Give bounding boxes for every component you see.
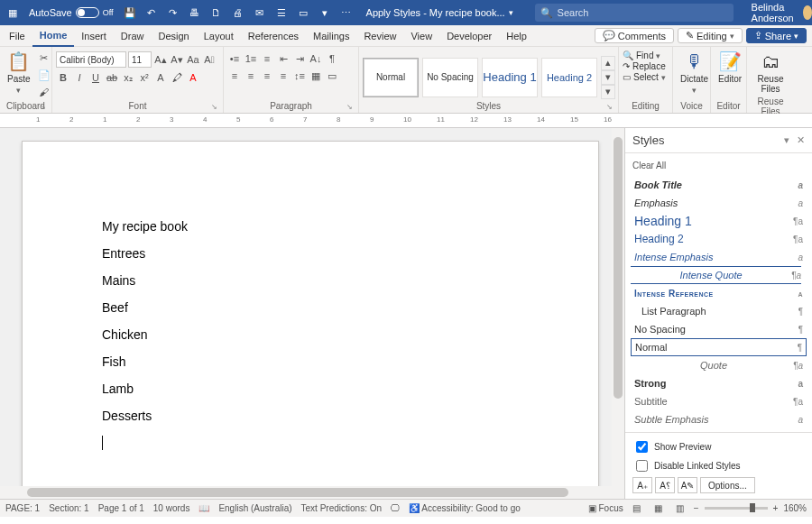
increase-indent-icon[interactable]: ⇥ [292, 51, 307, 66]
menu-references[interactable]: References [241, 25, 306, 47]
style-inspector-icon[interactable]: A⸮ [655, 477, 675, 493]
style-intense-reference[interactable]: Intense Referencea [631, 284, 807, 302]
document-title[interactable]: Apply Styles - My recipe book... ▾ [366, 7, 513, 18]
cut-icon[interactable]: ✂ [37, 51, 51, 65]
multilevel-icon[interactable]: ≡ [260, 51, 274, 66]
style-book-title[interactable]: Book Titlea [631, 176, 807, 194]
underline-icon[interactable]: U [88, 70, 103, 85]
menu-review[interactable]: Review [356, 25, 403, 47]
focus-button[interactable]: ▣ Focus [588, 503, 623, 513]
font-name-combo[interactable]: Calibri (Body) [56, 51, 126, 68]
menu-file[interactable]: File [2, 25, 32, 47]
superscript-icon[interactable]: x² [137, 70, 152, 85]
document-line[interactable]: Desserts [102, 409, 598, 423]
clear-all-button[interactable]: Clear All [631, 157, 807, 176]
bullets-icon[interactable]: •≡ [227, 51, 242, 66]
line-spacing-icon[interactable]: ↕≡ [292, 69, 307, 83]
horizontal-scrollbar[interactable] [0, 486, 612, 499]
style-intense-quote[interactable]: Intense Quote¶a [631, 266, 801, 284]
find-button[interactable]: 🔍 Find ▾ [623, 51, 666, 60]
disable-linked-checkbox[interactable]: Disable Linked Styles [632, 457, 805, 474]
sort-icon[interactable]: A↓ [309, 51, 323, 66]
editor-button[interactable]: 📝Editor [715, 49, 745, 86]
menu-view[interactable]: View [403, 25, 439, 47]
menu-insert[interactable]: Insert [74, 25, 114, 47]
styles-launcher-icon[interactable]: ↘ [606, 103, 613, 111]
italic-icon[interactable]: I [72, 70, 87, 85]
justify-icon[interactable]: ≡ [276, 69, 291, 83]
strike-icon[interactable]: ab [105, 70, 119, 85]
document-line[interactable]: My recipe book [102, 219, 598, 234]
change-case-icon[interactable]: Aa [186, 52, 200, 67]
style-heading-1[interactable]: Heading 1¶a [631, 212, 807, 230]
read-mode-icon[interactable]: ▤ [629, 501, 645, 516]
qat-icon-5[interactable]: ☰ [272, 4, 291, 22]
qat-more-icon[interactable]: ▾ [316, 4, 334, 22]
status-page-of[interactable]: Page 1 of 1 [98, 503, 144, 513]
align-left-icon[interactable]: ≡ [227, 69, 242, 83]
autosave-switch[interactable] [76, 7, 99, 18]
style-heading1[interactable]: Heading 1 [482, 58, 538, 97]
qat-icon[interactable]: 🖶 [186, 4, 204, 22]
status-display-icon[interactable]: 🖵 [391, 503, 400, 513]
autosave-toggle[interactable]: AutoSave Off [29, 7, 114, 18]
align-center-icon[interactable]: ≡ [244, 69, 258, 83]
replace-button[interactable]: ↷ Replace [623, 61, 666, 71]
share-button[interactable]: ⇪ Share ▾ [746, 28, 807, 43]
format-painter-icon[interactable]: 🖌 [37, 85, 51, 99]
grow-font-icon[interactable]: A▴ [153, 52, 168, 67]
bold-icon[interactable]: B [56, 70, 70, 85]
vertical-scroll-thumb[interactable] [614, 137, 623, 399]
status-accessibility[interactable]: ♿ Accessibility: Good to go [409, 503, 521, 513]
align-right-icon[interactable]: ≡ [260, 69, 274, 83]
numbering-icon[interactable]: 1≡ [244, 51, 258, 66]
style-normal[interactable]: Normal¶ [631, 338, 807, 356]
style-heading2[interactable]: Heading 2 [541, 58, 597, 97]
style-subtle-emphasis[interactable]: Subtle Emphasisa [631, 410, 807, 428]
styles-more-icon[interactable]: ▾ [601, 85, 615, 99]
dictate-button[interactable]: 🎙Dictate▾ [677, 49, 712, 97]
new-style-icon[interactable]: A₊ [632, 477, 652, 493]
style-emphasis[interactable]: Emphasisa [631, 194, 807, 212]
undo-icon[interactable]: ↶ [143, 4, 161, 22]
search-box[interactable]: 🔍 Search [535, 4, 734, 22]
print-layout-icon[interactable]: ▦ [651, 501, 667, 516]
pane-dropdown-icon[interactable]: ▾ [784, 134, 789, 146]
document-line[interactable]: Chicken [102, 327, 598, 342]
style-subtitle[interactable]: Subtitle¶a [631, 392, 807, 410]
document-line[interactable]: Entrees [102, 246, 598, 261]
zoom-out-icon[interactable]: − [694, 503, 699, 513]
save-icon[interactable]: 💾 [121, 4, 139, 22]
manage-styles-icon[interactable]: A✎ [678, 477, 697, 493]
qat-overflow-icon[interactable]: ⋯ [337, 4, 355, 22]
document-line[interactable]: Fish [102, 354, 598, 369]
qat-icon-6[interactable]: ▭ [294, 4, 312, 22]
style-list-paragraph[interactable]: List Paragraph¶ [631, 302, 807, 320]
horizontal-ruler[interactable]: 1212345678910111213141516 [0, 114, 812, 128]
style-intense-emphasis[interactable]: Intense Emphasisa [631, 248, 807, 266]
show-preview-checkbox[interactable]: Show Preview [632, 438, 805, 455]
comments-button[interactable]: 💬 Comments [595, 28, 674, 43]
copy-icon[interactable]: 📄 [37, 68, 51, 82]
menu-design[interactable]: Design [151, 25, 196, 47]
style-heading-2[interactable]: Heading 2¶a [631, 230, 807, 248]
shading-icon[interactable]: ▦ [309, 69, 323, 83]
show-marks-icon[interactable]: ¶ [325, 51, 339, 66]
select-button[interactable]: ▭ Select ▾ [623, 72, 666, 82]
document-line[interactable]: Mains [102, 273, 598, 288]
subscript-icon[interactable]: x₂ [121, 70, 135, 85]
qat-icon-2[interactable]: 🗋 [208, 4, 226, 22]
style-no-spacing[interactable]: No Spacing¶ [631, 320, 807, 338]
clear-format-icon[interactable]: A⃠ [202, 52, 217, 67]
redo-icon[interactable]: ↷ [164, 4, 182, 22]
menu-layout[interactable]: Layout [197, 25, 241, 47]
document-line[interactable]: Lamb [102, 382, 598, 396]
style-quote[interactable]: Quote¶a [631, 356, 807, 374]
reuse-files-button[interactable]: 🗂Reuse Files [751, 49, 790, 96]
style-normal[interactable]: Normal [363, 58, 419, 97]
status-words[interactable]: 10 words [153, 503, 190, 513]
vertical-scrollbar[interactable] [612, 128, 624, 499]
web-layout-icon[interactable]: ▥ [672, 501, 688, 516]
status-section[interactable]: Section: 1 [49, 503, 88, 513]
qat-icon-3[interactable]: 🖨 [229, 4, 247, 22]
